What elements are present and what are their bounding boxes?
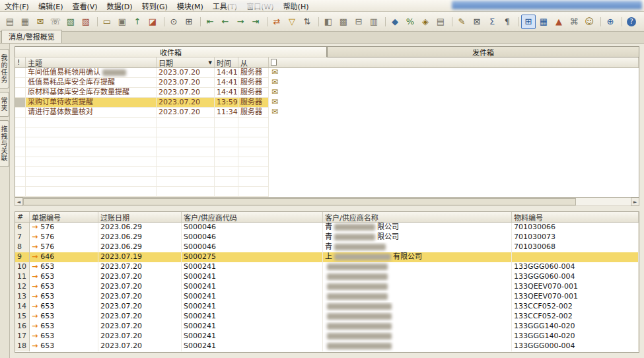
table-view-icon[interactable]: ⊞ <box>521 15 536 29</box>
refresh-icon[interactable]: ⇄ <box>269 15 284 29</box>
row-number-cell[interactable]: 10 <box>15 262 30 272</box>
subject-cell[interactable]: 原材料基体库安全库存数量提醒 <box>26 88 157 98</box>
table-row[interactable]: 16 →653 2023.07.20 S000241 133GGG140-020 <box>15 322 639 332</box>
form-settings-icon[interactable]: ⊠ <box>470 15 484 29</box>
doc-number-cell[interactable]: →576 <box>30 233 98 242</box>
email-icon[interactable]: ✉ <box>33 15 48 29</box>
row-number-cell[interactable]: 15 <box>15 312 30 322</box>
table-row[interactable]: 10 →653 2023.07.20 S000241 133GGG060-004 <box>15 262 639 272</box>
row-number-cell[interactable]: 6 <box>15 223 30 233</box>
envelope-icon[interactable]: ✉ <box>271 68 278 77</box>
scroll-right-button[interactable]: ► <box>631 197 639 206</box>
row-number-cell[interactable]: 11 <box>15 272 30 282</box>
user-settings-icon[interactable]: ☺ <box>582 15 596 29</box>
table-row[interactable]: 7 →576 2023.06.29 S000046 青限公司 701030073 <box>15 233 639 242</box>
column-header-item-number[interactable]: 物料编号 <box>512 212 639 222</box>
row-number-cell[interactable]: 17 <box>15 332 30 341</box>
doc-number-cell[interactable]: →576 <box>30 223 98 233</box>
filter-icon[interactable]: ▽ <box>285 15 299 29</box>
gross-profit-icon[interactable]: % <box>403 15 417 29</box>
menu-item[interactable]: 数据(D) <box>102 0 137 12</box>
tab-inbox[interactable]: 收件箱 <box>15 46 327 57</box>
subject-cell[interactable]: 低值易耗品库安全库存提醒 <box>26 78 157 88</box>
print-preview-icon[interactable]: ▤ <box>3 15 17 29</box>
journal-entry-icon[interactable]: ▤ <box>433 15 448 29</box>
relationship-map-icon[interactable]: ⌘ <box>567 15 581 29</box>
launch-application-icon[interactable]: ▨ <box>79 15 93 29</box>
tab-message-alert-overview[interactable]: 消息/警报概览 <box>1 30 62 43</box>
inbox-row[interactable]: 车间低值易耗领用确认 2023.07.20 14:41 服务器 ✉ <box>15 68 639 78</box>
table-row[interactable]: 18 →653 2023.07.20 S000241 133GGG000-004 <box>15 341 639 351</box>
sidebar-tab[interactable]: 拖拽与关联 <box>0 120 9 167</box>
row-number-cell[interactable]: 9 <box>15 252 30 262</box>
table-row[interactable]: 8 →576 2023.06.29 S000046 青 701030068 <box>15 242 639 252</box>
link-arrow-icon[interactable]: → <box>32 341 38 350</box>
print-icon[interactable]: ▦ <box>18 15 32 29</box>
doc-number-cell[interactable]: →653 <box>30 341 98 351</box>
column-header-bp-name[interactable]: 客户/供应商名称 <box>323 212 512 222</box>
sidebar-tab[interactable]: 常夹 <box>0 92 9 117</box>
duplicate-document-icon[interactable]: ▣ <box>115 15 129 29</box>
print-layout-icon[interactable]: ▥ <box>367 15 381 29</box>
menu-item[interactable]: 文件(F) <box>0 0 34 12</box>
find-icon[interactable]: ⊙ <box>166 15 181 29</box>
copy-special-icon[interactable]: ◧ <box>321 15 336 29</box>
fax-icon[interactable]: ☏ <box>48 15 63 29</box>
doc-number-cell[interactable]: →653 <box>30 272 98 282</box>
link-arrow-icon[interactable]: → <box>32 272 38 281</box>
menu-item[interactable]: 模块(M) <box>172 0 208 12</box>
first-record-icon[interactable]: ⇤ <box>203 15 217 29</box>
doc-number-cell[interactable]: →646 <box>30 252 98 262</box>
table-row[interactable]: 6 →576 2023.06.29 S000046 青限公司 701030066 <box>15 223 639 233</box>
row-number-cell[interactable]: 7 <box>15 233 30 242</box>
edit-icon[interactable]: ✎ <box>454 15 469 29</box>
row-number-cell[interactable]: 13 <box>15 292 30 302</box>
row-number-cell[interactable]: 14 <box>15 302 30 312</box>
paste-special-icon[interactable]: ▩ <box>336 15 351 29</box>
link-arrow-icon[interactable]: → <box>32 312 38 320</box>
link-arrow-icon[interactable]: → <box>32 332 38 340</box>
sort-icon[interactable]: ⇅ <box>300 15 314 29</box>
inbox-row[interactable]: 低值易耗品库安全库存提醒 2023.07.20 14:41 服务器 ✉ <box>15 78 639 88</box>
column-header-doc-number[interactable]: 单据编号 <box>30 212 98 222</box>
row-number-cell[interactable]: 18 <box>15 341 30 351</box>
link-arrow-icon[interactable]: → <box>32 252 38 261</box>
envelope-icon[interactable]: ✉ <box>271 98 278 106</box>
last-record-icon[interactable]: ⇥ <box>248 15 263 29</box>
link-arrow-icon[interactable]: → <box>32 282 38 291</box>
scrollbar-thumb[interactable] <box>23 198 576 205</box>
table-row[interactable]: 9 →646 2023.07.19 S000275 上有限公司 <box>15 252 639 262</box>
export-file-icon[interactable]: ▧ <box>63 15 78 29</box>
cancel-document-icon[interactable]: ◪ <box>145 15 160 29</box>
column-header-row-number[interactable]: # <box>15 212 30 222</box>
column-header-time[interactable]: 时间 <box>215 57 238 67</box>
row-number-cell[interactable]: 12 <box>15 282 30 292</box>
menu-item[interactable]: 编辑(E) <box>34 0 68 12</box>
upload-document-icon[interactable]: ↑ <box>130 15 145 29</box>
volume-discount-icon[interactable]: ◈ <box>418 15 433 29</box>
help-icon[interactable]: ? <box>624 15 639 29</box>
link-arrow-icon[interactable]: → <box>32 302 38 310</box>
row-number-cell[interactable]: 16 <box>15 322 30 332</box>
doc-number-cell[interactable]: →653 <box>30 282 98 292</box>
inbox-horizontal-scrollbar[interactable]: ◄ ► <box>15 197 639 206</box>
link-arrow-icon[interactable]: → <box>32 292 38 301</box>
doc-number-cell[interactable]: →653 <box>30 262 98 272</box>
link-arrow-icon[interactable]: → <box>32 233 38 241</box>
sidebar-tab[interactable]: 我的任务 <box>0 49 9 89</box>
column-header-bp-code[interactable]: 客户/供应商代码 <box>182 212 323 222</box>
next-record-icon[interactable]: → <box>233 15 248 29</box>
envelope-icon[interactable]: ✉ <box>271 108 278 116</box>
envelope-icon[interactable]: ✉ <box>271 88 278 96</box>
tab-outbox[interactable]: 发件箱 <box>327 46 639 57</box>
doc-number-cell[interactable]: →653 <box>30 322 98 332</box>
doc-number-cell[interactable]: →653 <box>30 332 98 341</box>
column-header-date[interactable]: 日期 ▼ <box>157 57 215 67</box>
link-arrow-icon[interactable]: → <box>32 242 38 251</box>
subject-cell[interactable]: 采购订单待收货提醒 <box>26 98 157 108</box>
display-grid-icon[interactable]: ⊞ <box>182 15 196 29</box>
doc-number-cell[interactable]: →653 <box>30 292 98 302</box>
envelope-icon[interactable]: ✉ <box>271 78 278 87</box>
menu-item[interactable]: 查看(V) <box>67 0 102 12</box>
link-arrow-icon[interactable]: → <box>32 262 38 271</box>
